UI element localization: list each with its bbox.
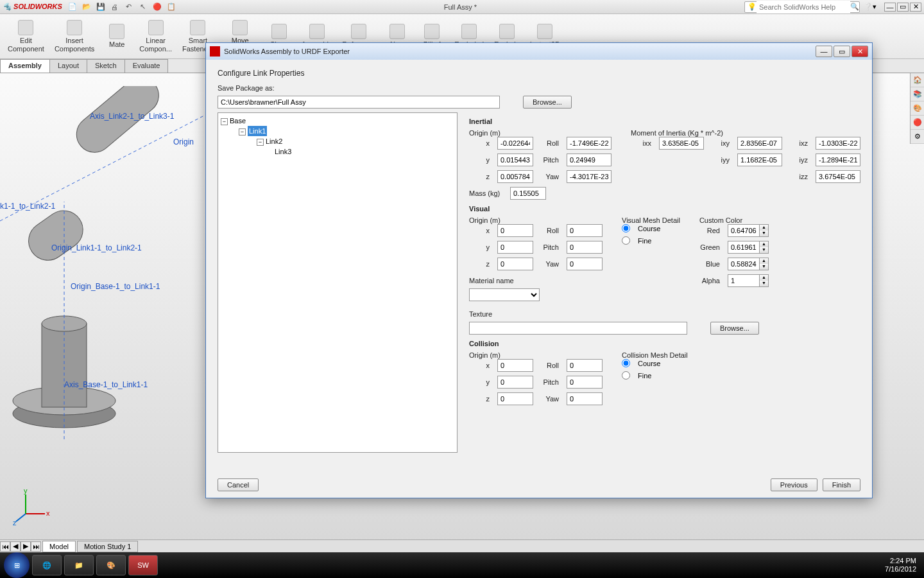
inertial-x-input[interactable] — [497, 137, 533, 150]
tree-item-link1[interactable]: Link1 — [248, 126, 267, 136]
tree-item-link3[interactable]: Link3 — [275, 148, 291, 155]
home-icon[interactable]: 🏠 — [911, 73, 924, 87]
ribbon-insert-components[interactable]: InsertComponents — [51, 15, 98, 57]
options-icon[interactable]: 📋 — [166, 2, 176, 12]
prev-icon[interactable]: ◀ — [10, 541, 21, 552]
iyz-input[interactable] — [816, 153, 860, 166]
ixx-input[interactable] — [659, 137, 704, 150]
inertial-yaw-input[interactable] — [567, 170, 612, 183]
inertial-z-input[interactable] — [497, 170, 533, 183]
texture-browse-button[interactable]: Browse... — [710, 322, 759, 335]
collision-y-input[interactable] — [497, 376, 533, 389]
collision-fine-radio[interactable] — [622, 371, 630, 380]
dialog-minimize-icon[interactable]: — — [816, 46, 832, 57]
visual-pitch-input[interactable] — [567, 241, 603, 254]
appearance-icon[interactable]: 🔴 — [911, 116, 924, 130]
tab-sketch[interactable]: Sketch — [87, 59, 125, 73]
taskbar-paint[interactable]: 🎨 — [96, 555, 126, 575]
green-input[interactable] — [728, 241, 760, 254]
undo-icon[interactable]: ↶ — [124, 2, 134, 12]
collision-roll-input[interactable] — [567, 359, 603, 372]
open-icon[interactable]: 📂 — [81, 2, 92, 12]
collision-z-input[interactable] — [497, 392, 533, 405]
tree-collapse-icon[interactable]: − — [257, 139, 264, 146]
origin-label: Origin (m) — [469, 216, 501, 224]
tab-evaluate[interactable]: Evaluate — [124, 59, 169, 73]
rebuild-icon[interactable]: 🔴 — [152, 2, 162, 12]
custom-icon[interactable]: ⚙ — [911, 130, 924, 144]
spinner-icon[interactable]: ▲▼ — [760, 224, 769, 237]
tree-collapse-icon[interactable]: − — [221, 118, 228, 125]
link-tree[interactable]: −Base −Link1 −Link2 Link3 — [218, 112, 458, 453]
visual-y-input[interactable] — [497, 241, 533, 254]
tab-layout[interactable]: Layout — [49, 59, 87, 73]
spinner-icon[interactable]: ▲▼ — [760, 258, 769, 270]
ribbon-linear-component[interactable]: LinearCompon... — [135, 15, 176, 57]
taskbar-chrome[interactable]: 🌐 — [32, 555, 62, 575]
visual-x-input[interactable] — [497, 224, 533, 237]
help-icon[interactable]: ❔▾ — [864, 3, 877, 11]
texture-input[interactable] — [469, 322, 687, 335]
palette-icon[interactable]: 🎨 — [911, 101, 924, 116]
ixz-input[interactable] — [816, 137, 860, 150]
axis-label: Axis_Link2-1_to_Link3-1 — [90, 112, 174, 121]
close-icon[interactable]: ✕ — [910, 3, 921, 12]
finish-button[interactable]: Finish — [823, 478, 860, 491]
inertial-roll-input[interactable] — [567, 137, 612, 150]
collision-yaw-input[interactable] — [567, 392, 603, 405]
start-button[interactable]: ⊞ — [4, 552, 30, 578]
iyy-input[interactable] — [737, 153, 782, 166]
inertial-y-input[interactable] — [497, 153, 533, 166]
yaw-label: Yaw — [538, 260, 559, 268]
last-icon[interactable]: ⏭ — [31, 541, 41, 552]
search-input[interactable] — [757, 1, 850, 13]
visual-course-radio[interactable] — [622, 224, 630, 232]
collision-course-radio[interactable] — [622, 359, 630, 367]
next-icon[interactable]: ▶ — [21, 541, 31, 552]
previous-button[interactable]: Previous — [771, 478, 817, 491]
collision-x-input[interactable] — [497, 359, 533, 372]
collision-pitch-input[interactable] — [567, 376, 603, 389]
tree-collapse-icon[interactable]: − — [239, 128, 246, 136]
spinner-icon[interactable]: ▲▼ — [760, 241, 769, 254]
save-path-input[interactable] — [218, 96, 500, 109]
visual-fine-radio[interactable] — [622, 236, 630, 245]
dialog-close-icon[interactable]: ✕ — [851, 46, 868, 57]
help-search[interactable]: 💡 🔍 — [744, 1, 860, 13]
course-label: Course — [638, 225, 660, 232]
ribbon-edit-component[interactable]: EditComponent — [4, 15, 48, 57]
first-icon[interactable]: ⏮ — [0, 541, 10, 552]
ribbon-mate[interactable]: Mate — [101, 15, 133, 57]
origin-label: Origin — [173, 137, 194, 146]
ixy-input[interactable] — [737, 137, 782, 150]
browse-button[interactable]: Browse... — [523, 96, 572, 109]
alpha-input[interactable] — [728, 274, 760, 287]
inertial-pitch-input[interactable] — [567, 153, 612, 166]
taskbar-explorer[interactable]: 📁 — [64, 555, 94, 575]
tab-motion-study[interactable]: Motion Study 1 — [77, 541, 138, 552]
restore-icon[interactable]: ▭ — [897, 3, 909, 12]
visual-z-input[interactable] — [497, 258, 533, 270]
select-icon[interactable]: ↖ — [138, 2, 148, 12]
blue-input[interactable] — [728, 258, 760, 270]
spinner-icon[interactable]: ▲▼ — [760, 274, 769, 287]
library-icon[interactable]: 📚 — [911, 87, 924, 101]
print-icon[interactable]: 🖨 — [110, 2, 120, 12]
cancel-button[interactable]: Cancel — [218, 478, 259, 491]
tab-model[interactable]: Model — [42, 541, 76, 552]
mass-input[interactable] — [510, 187, 546, 200]
izz-input[interactable] — [816, 170, 860, 183]
material-select[interactable] — [469, 288, 540, 301]
taskbar-solidworks[interactable]: SW — [128, 555, 158, 575]
dialog-titlebar[interactable]: SolidWorks Assembly to URDF Exporter — ▭… — [206, 43, 872, 60]
red-input[interactable] — [728, 224, 760, 237]
tab-assembly[interactable]: Assembly — [0, 59, 50, 73]
minimize-icon[interactable]: — — [884, 3, 896, 12]
save-icon[interactable]: 💾 — [96, 2, 106, 12]
new-icon[interactable]: 📄 — [67, 2, 78, 12]
system-clock[interactable]: 2:24 PM7/16/2012 — [885, 557, 920, 574]
dialog-maximize-icon[interactable]: ▭ — [834, 46, 850, 57]
visual-roll-input[interactable] — [567, 224, 603, 237]
visual-yaw-input[interactable] — [567, 258, 603, 270]
tree-item-link2[interactable]: Link2 — [266, 137, 282, 145]
